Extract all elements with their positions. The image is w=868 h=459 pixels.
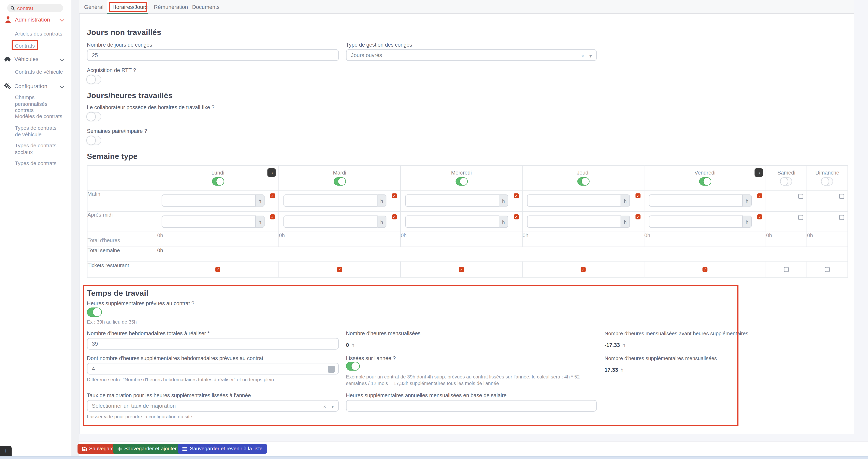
- day-header-lundi: Lundi →: [157, 166, 279, 190]
- cell-matin-samedi: [766, 190, 807, 211]
- toggle-horaires-fixes[interactable]: [87, 112, 101, 121]
- sidebar-item-contrats-de-vehicule[interactable]: Contrats de véhicule: [15, 69, 63, 75]
- ellipsis-button[interactable]: ⋯: [328, 366, 335, 373]
- time-input-matin-mardi[interactable]: [283, 195, 378, 207]
- label-heures-mensualisees: Nombre d'heures mensualisées: [346, 330, 421, 336]
- time-input-matin-mercredi[interactable]: [405, 195, 499, 207]
- time-input-matin-lundi[interactable]: [161, 195, 256, 207]
- label-nombre-jours-conges: Nombre de jours de congés: [87, 41, 152, 48]
- toggle-heures-supp-prevues[interactable]: [87, 307, 101, 317]
- sidebar-item-modeles-de-contrats[interactable]: Modèles de contrats: [15, 113, 68, 119]
- sidebar-item-champs-personnalises-contrats[interactable]: Champs personnalisés contrats: [15, 94, 63, 113]
- time-input-apresmidi-vendredi[interactable]: [649, 216, 743, 228]
- label-lissees-annee: Lissées sur l'année ?: [346, 355, 396, 361]
- checkbox-apresmidi-samedi[interactable]: [798, 215, 803, 220]
- cell-matin-mercredi: h ✓: [400, 190, 522, 211]
- sidebar-item-articles-des-contrats[interactable]: Articles des contrats: [15, 30, 62, 37]
- sidebar-item-types-de-contrats-de-vehicule[interactable]: Types de contrats de véhicule: [15, 124, 63, 137]
- save-and-add-button[interactable]: Sauvegarder et ajouter: [113, 444, 181, 454]
- section-title-jours-non-travailles: Jours non travaillés: [87, 28, 161, 36]
- copy-day-arrow-button[interactable]: →: [267, 168, 276, 177]
- toggle-day-vendredi[interactable]: [699, 177, 711, 185]
- checkbox-apresmidi-mercredi[interactable]: ✓: [514, 214, 519, 219]
- checkbox-apresmidi-vendredi[interactable]: ✓: [757, 214, 762, 219]
- copy-day-arrow-button[interactable]: →: [754, 168, 763, 177]
- checkbox-matin-jeudi[interactable]: ✓: [636, 193, 640, 198]
- chevron-down-icon[interactable]: ▾: [332, 404, 334, 409]
- checkbox-tickets-samedi[interactable]: [784, 267, 789, 272]
- label-semaines-paire-impaire: Semaines paire/impaire ?: [87, 128, 147, 134]
- time-input-apresmidi-lundi[interactable]: [161, 216, 256, 228]
- sidebar-group-vehicules[interactable]: Véhicules: [4, 56, 38, 62]
- row-label-tickets-restaurant: Tickets restaurant: [87, 262, 157, 277]
- input-nombre-jours-conges[interactable]: 25: [87, 49, 339, 61]
- cell-tickets-samedi: [766, 262, 807, 277]
- toggle-day-dimanche[interactable]: [822, 177, 833, 185]
- day-header-mercredi: Mercredi: [400, 166, 522, 190]
- checkbox-tickets-jeudi[interactable]: ✓: [581, 267, 586, 272]
- hint-lissees-annee: Exemple pour un contrat de 39h dont 4h s…: [346, 373, 599, 386]
- checkbox-tickets-dimanche[interactable]: [825, 267, 830, 272]
- toggle-day-jeudi[interactable]: [578, 177, 589, 185]
- value-mensualisees-avant-supp: -17.33 h: [604, 339, 625, 349]
- clear-icon[interactable]: ×: [323, 404, 326, 409]
- checkbox-apresmidi-jeudi[interactable]: ✓: [636, 214, 640, 219]
- section-title-semaine-type: Semaine type: [87, 152, 138, 161]
- time-input-apresmidi-mercredi[interactable]: [405, 216, 499, 228]
- sidebar-item-types-de-contrats-sociaux[interactable]: Types de contrats sociaux: [15, 142, 59, 155]
- cell-matin-vendredi: h ✓: [644, 190, 766, 211]
- time-input-matin-vendredi[interactable]: [649, 195, 743, 207]
- time-input-apresmidi-jeudi[interactable]: [527, 216, 621, 228]
- tab-general[interactable]: Général: [84, 4, 103, 10]
- checkbox-matin-mardi[interactable]: ✓: [392, 193, 397, 198]
- checkbox-matin-mercredi[interactable]: ✓: [514, 193, 519, 198]
- toggle-acquisition-rtt[interactable]: [87, 75, 101, 84]
- tab-documents[interactable]: Documents: [192, 4, 220, 10]
- toggle-semaines-paire-impaire[interactable]: [87, 136, 101, 145]
- select-taux-majoration[interactable]: Sélectionner un taux de majoration × ▾: [87, 400, 339, 412]
- total-lundi: 0h: [157, 232, 279, 247]
- checkbox-matin-dimanche[interactable]: [839, 194, 844, 199]
- checkbox-matin-samedi[interactable]: [798, 194, 803, 199]
- checkbox-matin-vendredi[interactable]: ✓: [757, 193, 762, 198]
- section-title-temps-de-travail: Temps de travail: [87, 289, 149, 297]
- input-heures-hebdo-totales[interactable]: 39: [87, 338, 339, 350]
- toggle-day-mardi[interactable]: [334, 177, 345, 185]
- checkbox-tickets-vendredi[interactable]: ✓: [703, 267, 707, 272]
- checkbox-tickets-mardi[interactable]: ✓: [337, 267, 342, 272]
- checkbox-apresmidi-dimanche[interactable]: [839, 215, 844, 220]
- input-heures-supp-annuelles[interactable]: [346, 400, 597, 412]
- cell-apresmidi-vendredi: h ✓: [644, 211, 766, 232]
- tab-remuneration[interactable]: Rémunération: [154, 4, 188, 10]
- toggle-lissees-annee[interactable]: [346, 362, 359, 371]
- toggle-day-lundi[interactable]: [212, 177, 224, 185]
- cell-apresmidi-mardi: h ✓: [279, 211, 400, 232]
- sidebar-search-input[interactable]: contrat: [7, 4, 63, 12]
- time-input-matin-jeudi[interactable]: [527, 195, 621, 207]
- cell-tickets-vendredi: ✓: [644, 262, 766, 277]
- checkbox-apresmidi-lundi[interactable]: ✓: [270, 214, 275, 219]
- sidebar-item-types-de-contrats[interactable]: Types de contrats: [15, 160, 68, 166]
- sidebar-group-administration[interactable]: Administration: [5, 16, 50, 23]
- checkbox-tickets-mercredi[interactable]: ✓: [459, 267, 464, 272]
- chevron-down-icon[interactable]: ▾: [589, 53, 592, 59]
- toggle-day-samedi[interactable]: [781, 177, 792, 185]
- clear-icon[interactable]: ×: [581, 53, 584, 59]
- sidebar-item-contrats[interactable]: Contrats: [15, 42, 35, 49]
- save-and-return-button[interactable]: Sauvegarder et revenir à la liste: [178, 444, 267, 454]
- cell-tickets-lundi: ✓: [157, 262, 279, 277]
- checkbox-matin-lundi[interactable]: ✓: [270, 193, 275, 198]
- toggle-day-mercredi[interactable]: [456, 177, 467, 185]
- checkbox-apresmidi-mardi[interactable]: ✓: [392, 214, 397, 219]
- cell-tickets-mercredi: ✓: [400, 262, 522, 277]
- label-heures-supp-prevues: Heures supplémentaires prévues au contra…: [87, 300, 194, 307]
- select-type-gestion-conges[interactable]: Jours ouvrés × ▾: [346, 49, 597, 61]
- sidebar-group-configuration[interactable]: Configuration: [4, 83, 48, 89]
- tab-horaires-jours[interactable]: Horaires/Jours: [113, 4, 148, 10]
- chevron-down-icon: [60, 17, 64, 22]
- hint-taux-majoration: Laisser vide pour prendre la configurati…: [87, 414, 192, 419]
- floating-add-button[interactable]: +: [0, 446, 12, 456]
- time-input-apresmidi-mardi[interactable]: [283, 216, 378, 228]
- checkbox-tickets-lundi[interactable]: ✓: [215, 267, 220, 272]
- input-heures-supp-hebdo[interactable]: 4 ⋯: [87, 363, 339, 374]
